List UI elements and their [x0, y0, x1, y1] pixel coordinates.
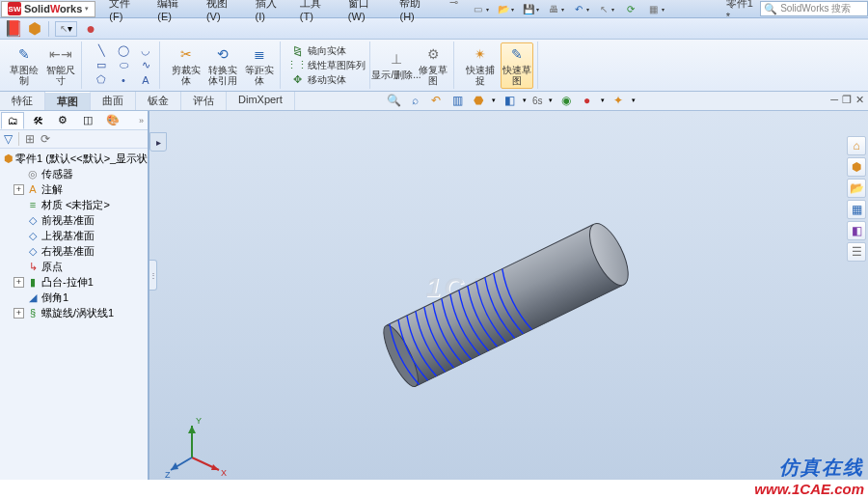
filter-hidden-icon[interactable]: ⟳ [41, 132, 50, 146]
display-manager-tab[interactable]: 🎨 [101, 112, 124, 129]
qat-save-button[interactable]: 💾▾ [520, 1, 543, 16]
scene-icon[interactable]: ✦ [610, 93, 626, 108]
tree-plane-top[interactable]: ◇ 上视基准面 [0, 228, 148, 243]
custom-props-tab-icon[interactable]: ☰ [847, 242, 866, 262]
configuration-manager-tab[interactable]: ⚙ [51, 112, 74, 129]
menu-window[interactable]: 窗口(W) [342, 0, 393, 24]
convert-entities-button[interactable]: ⟲ 转换实 体引用 [206, 42, 239, 89]
qat-undo-button[interactable]: ↶▾ [570, 1, 593, 16]
tree-plane-front[interactable]: ◇ 前视基准面 [0, 212, 148, 228]
slot-tool[interactable]: ⬭ [114, 59, 133, 72]
tab-sheetmetal[interactable]: 钣金 [136, 92, 181, 110]
mirror-icon: ⧎ [290, 44, 304, 58]
selection-filter[interactable]: ↖▾ [55, 21, 77, 37]
search-input[interactable]: 🔍 SolidWorks 搜索 [760, 1, 868, 16]
tab-feature[interactable]: 特征 [0, 92, 45, 110]
restore-button[interactable]: ❐ [842, 94, 852, 106]
expand-icon[interactable]: + [14, 277, 24, 288]
zoom-area-icon[interactable]: ⌕ [407, 93, 422, 108]
qat-select-button[interactable]: ↖▾ [595, 1, 618, 16]
linear-pattern-button[interactable]: ⋮⋮线性草图阵列 [290, 59, 366, 72]
qat-rebuild-button[interactable]: ⟳ [620, 1, 643, 16]
filter-graphics-icon[interactable]: ⊞ [25, 132, 35, 146]
polygon-tool[interactable]: ⬠ [92, 73, 111, 87]
section-view-icon[interactable]: ▥ [449, 93, 465, 108]
chevron-right-icon[interactable]: » [135, 116, 148, 125]
view-orientation-icon[interactable]: ⬣ [471, 93, 486, 108]
line-tool[interactable]: ╲ [92, 44, 111, 58]
repair-sketch-button[interactable]: ⚙ 修复草 图 [417, 42, 449, 89]
menu-file[interactable]: 文件(F) [103, 0, 149, 24]
qat-print-button[interactable]: 🖶▾ [545, 1, 568, 16]
tree-plane-right[interactable]: ◇ 右视基准面 [0, 243, 148, 259]
tab-sketch[interactable]: 草图 [45, 92, 91, 110]
view-palette-tab-icon[interactable]: ▦ [847, 200, 866, 219]
hide-show-icon[interactable]: ◉ [558, 93, 574, 108]
sketch-button[interactable]: ✎ 草图绘 制 [8, 42, 41, 89]
tree-fillet[interactable]: ◢ 倒角1 [0, 290, 148, 305]
appearances-tab-icon[interactable]: ◧ [847, 221, 866, 240]
mirror-entities-button[interactable]: ⧎镜向实体 [290, 44, 366, 58]
menu-view[interactable]: 视图(V) [201, 0, 248, 24]
filter-icon[interactable]: ▽ [4, 132, 13, 146]
spline-tool[interactable]: ∿ [136, 59, 155, 72]
qat-new-button[interactable]: ▭▾ [470, 1, 493, 16]
arc-tool[interactable]: ◡ [136, 44, 155, 58]
panel-drag-handle[interactable]: ⋮ [149, 260, 157, 291]
smart-dimension-button[interactable]: ⇤⇥ 智能尺 寸 [44, 42, 77, 89]
menu-help[interactable]: 帮助(H) [393, 0, 441, 24]
appearance-icon[interactable]: ● [580, 93, 595, 108]
point-tool[interactable]: • [114, 73, 133, 87]
menu-edit[interactable]: 编辑(E) [151, 0, 199, 24]
zoom-fit-icon[interactable]: 🔍 [386, 93, 401, 108]
tree-root[interactable]: ⬢ 零件1 (默认<<默认>_显示状态 1>) [0, 151, 148, 166]
menu-tools[interactable]: 工具(T) [294, 0, 340, 24]
text-tool[interactable]: A [136, 73, 155, 87]
file-explorer-tab-icon[interactable]: 📂 [847, 179, 866, 198]
close-button[interactable]: ✕ [855, 94, 864, 106]
trim-button[interactable]: ✂ 剪裁实 体 [170, 42, 203, 89]
menu-pin-icon[interactable]: ⊸ [444, 0, 464, 24]
tab-surface[interactable]: 曲面 [91, 92, 136, 110]
graphics-viewport[interactable]: ▸ ⋮ 1CAE.COM [149, 111, 868, 480]
app-logo[interactable]: SW SolidWorks ▾ [1, 1, 95, 17]
qat-options-button[interactable]: ▦▾ [645, 1, 668, 16]
dimxpert-manager-tab[interactable]: ◫ [76, 112, 99, 129]
research-icon[interactable]: 📕 [6, 21, 21, 37]
design-library-tab-icon[interactable]: ⬢ [847, 157, 866, 177]
menu-bar: 文件(F) 编辑(E) 视图(V) 插入(I) 工具(T) 窗口(W) 帮助(H… [103, 0, 463, 24]
tree-annotation[interactable]: +A 注解 [0, 181, 148, 197]
rapid-sketch-button[interactable]: ✎ 快速草 图 [501, 42, 533, 89]
minimize-button[interactable]: ─ [830, 94, 838, 106]
tab-evaluate[interactable]: 评估 [181, 92, 227, 110]
chevron-down-icon[interactable]: ▾ [85, 5, 89, 13]
expand-icon[interactable]: + [14, 308, 24, 319]
qat-open-button[interactable]: 📂▾ [495, 1, 518, 16]
expand-icon[interactable]: + [14, 184, 24, 195]
tree-extrude[interactable]: +▮ 凸台-拉伸1 [0, 274, 148, 290]
rect-tool[interactable]: ▭ [92, 59, 111, 72]
svg-marker-4 [211, 464, 219, 470]
orientation-triad[interactable]: Y X Z [163, 414, 231, 480]
circle-tool[interactable]: ◯ [114, 44, 133, 58]
offset-entities-button[interactable]: ≣ 等距实 体 [243, 42, 276, 89]
pattern-tools: ⧎镜向实体 ⋮⋮线性草图阵列 ✥移动实体 [290, 44, 366, 87]
appearances-icon[interactable]: ● [83, 21, 98, 37]
menu-insert[interactable]: 插入(I) [250, 0, 292, 24]
move-entities-button[interactable]: ✥移动实体 [290, 73, 366, 87]
tree-material[interactable]: ≡ 材质 <未指定> [0, 197, 148, 212]
display-style-icon[interactable]: ◧ [502, 93, 517, 108]
display-delete-button[interactable]: ⊥ 显示/删除... [380, 42, 413, 89]
flyout-tree-toggle[interactable]: ▸ [149, 132, 167, 152]
property-manager-tab[interactable]: 🛠 [26, 112, 49, 129]
tree-helix[interactable]: +§ 螺旋线/涡状线1 [0, 305, 148, 320]
quick-snaps-button[interactable]: ✴ 快速捕 捉 [464, 42, 497, 89]
tree-origin[interactable]: ↳ 原点 [0, 259, 148, 274]
design-library-icon[interactable]: ⬢ [27, 21, 42, 37]
feature-tree-tab[interactable]: 🗂 [1, 112, 24, 129]
resources-tab-icon[interactable]: ⌂ [847, 136, 866, 155]
tab-dimxpert[interactable]: DimXpert [227, 92, 295, 110]
tree-sensor[interactable]: ◎ 传感器 [0, 166, 148, 181]
part-icon: ⬢ [4, 152, 14, 165]
previous-view-icon[interactable]: ↶ [428, 93, 444, 108]
